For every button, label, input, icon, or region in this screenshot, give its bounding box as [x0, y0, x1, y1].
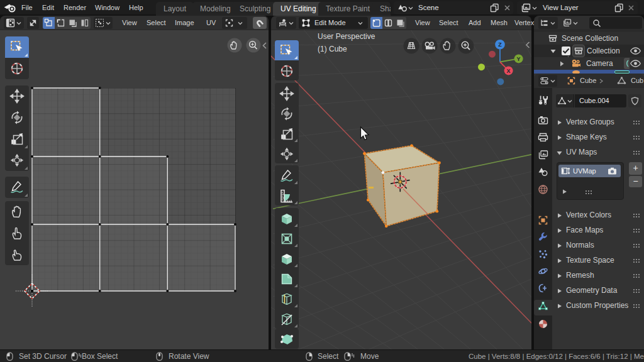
svg-text:Y: Y	[517, 56, 521, 62]
svg-text:(1) Cube: (1) Cube	[318, 45, 347, 53]
svg-text:Z: Z	[498, 41, 502, 48]
svg-text:X: X	[507, 68, 511, 74]
svg-text:User Perspective: User Perspective	[318, 32, 375, 41]
